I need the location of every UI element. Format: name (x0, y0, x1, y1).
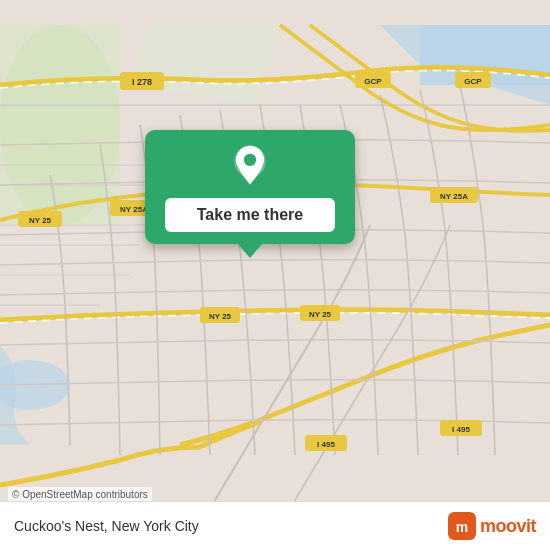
svg-text:NY 25A: NY 25A (120, 205, 148, 214)
location-name: Cuckoo's Nest, New York City (14, 518, 199, 534)
svg-text:GCP: GCP (464, 77, 482, 86)
map-container: I 278 GCP GCP NY 25 NY 25A NY 25A NY 25 … (0, 0, 550, 550)
svg-text:m: m (456, 519, 468, 535)
take-me-there-overlay: Take me there (145, 130, 355, 258)
location-pin-icon (228, 144, 272, 188)
svg-text:I 495: I 495 (317, 440, 335, 449)
moovit-app-icon: m (448, 512, 476, 540)
svg-text:NY 25: NY 25 (309, 310, 332, 319)
navigation-card: Take me there (145, 130, 355, 244)
svg-text:NY 25: NY 25 (209, 312, 232, 321)
svg-point-37 (244, 154, 256, 166)
svg-text:I 495: I 495 (452, 425, 470, 434)
map-attribution: © OpenStreetMap contributors (8, 487, 152, 502)
svg-text:NY 25: NY 25 (29, 216, 52, 225)
take-me-there-button[interactable]: Take me there (165, 198, 335, 232)
svg-text:I 278: I 278 (132, 77, 152, 87)
card-pointer (238, 244, 262, 258)
svg-point-5 (0, 25, 120, 225)
moovit-brand-name: moovit (480, 516, 536, 537)
svg-text:GCP: GCP (364, 77, 382, 86)
svg-text:NY 25A: NY 25A (440, 192, 468, 201)
bottom-bar: Cuckoo's Nest, New York City m moovit (0, 501, 550, 550)
moovit-logo: m moovit (448, 512, 536, 540)
